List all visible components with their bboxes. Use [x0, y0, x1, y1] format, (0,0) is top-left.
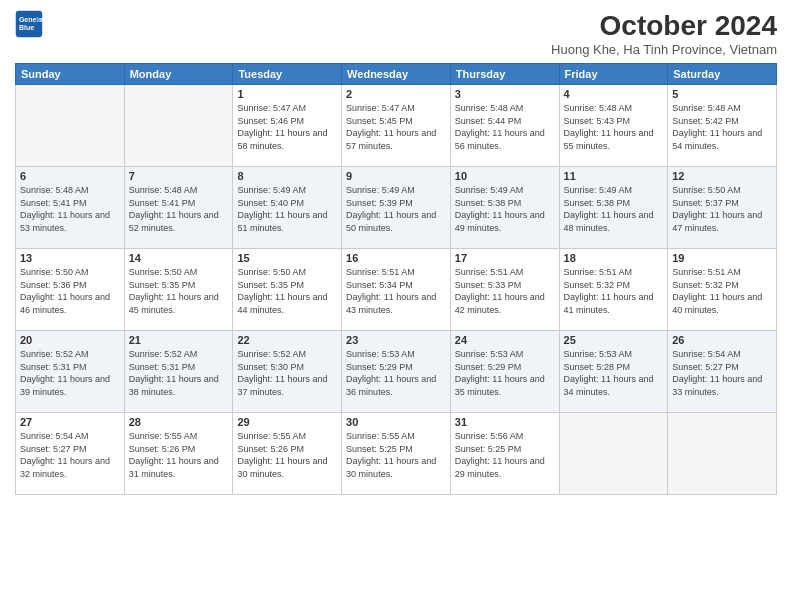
sunset-text: Sunset: 5:35 PM [237, 280, 304, 290]
sunrise-text: Sunrise: 5:53 AM [455, 349, 524, 359]
sunrise-text: Sunrise: 5:49 AM [237, 185, 306, 195]
col-saturday: Saturday [668, 64, 777, 85]
table-row: 2Sunrise: 5:47 AMSunset: 5:45 PMDaylight… [342, 85, 451, 167]
daylight-text: Daylight: 11 hours and 41 minutes. [564, 292, 654, 315]
daylight-text: Daylight: 11 hours and 30 minutes. [237, 456, 327, 479]
daylight-text: Daylight: 11 hours and 39 minutes. [20, 374, 110, 397]
table-row [668, 413, 777, 495]
day-info: Sunrise: 5:51 AMSunset: 5:32 PMDaylight:… [672, 266, 772, 316]
sunrise-text: Sunrise: 5:52 AM [237, 349, 306, 359]
day-info: Sunrise: 5:53 AMSunset: 5:29 PMDaylight:… [346, 348, 446, 398]
daylight-text: Daylight: 11 hours and 31 minutes. [129, 456, 219, 479]
col-wednesday: Wednesday [342, 64, 451, 85]
day-number: 15 [237, 252, 337, 264]
sunset-text: Sunset: 5:38 PM [564, 198, 631, 208]
table-row: 24Sunrise: 5:53 AMSunset: 5:29 PMDayligh… [450, 331, 559, 413]
sunset-text: Sunset: 5:35 PM [129, 280, 196, 290]
table-row: 3Sunrise: 5:48 AMSunset: 5:44 PMDaylight… [450, 85, 559, 167]
table-row: 11Sunrise: 5:49 AMSunset: 5:38 PMDayligh… [559, 167, 668, 249]
sunrise-text: Sunrise: 5:48 AM [129, 185, 198, 195]
day-info: Sunrise: 5:53 AMSunset: 5:29 PMDaylight:… [455, 348, 555, 398]
day-info: Sunrise: 5:54 AMSunset: 5:27 PMDaylight:… [20, 430, 120, 480]
sunset-text: Sunset: 5:32 PM [672, 280, 739, 290]
sunrise-text: Sunrise: 5:49 AM [346, 185, 415, 195]
day-number: 9 [346, 170, 446, 182]
day-info: Sunrise: 5:51 AMSunset: 5:33 PMDaylight:… [455, 266, 555, 316]
day-info: Sunrise: 5:48 AMSunset: 5:43 PMDaylight:… [564, 102, 664, 152]
day-info: Sunrise: 5:52 AMSunset: 5:31 PMDaylight:… [129, 348, 229, 398]
header: General Blue October 2024 Huong Khe, Ha … [15, 10, 777, 57]
day-number: 25 [564, 334, 664, 346]
sunrise-text: Sunrise: 5:55 AM [346, 431, 415, 441]
calendar-table: Sunday Monday Tuesday Wednesday Thursday… [15, 63, 777, 495]
day-number: 13 [20, 252, 120, 264]
day-number: 12 [672, 170, 772, 182]
sunrise-text: Sunrise: 5:50 AM [672, 185, 741, 195]
daylight-text: Daylight: 11 hours and 36 minutes. [346, 374, 436, 397]
day-info: Sunrise: 5:47 AMSunset: 5:46 PMDaylight:… [237, 102, 337, 152]
day-number: 19 [672, 252, 772, 264]
sunrise-text: Sunrise: 5:49 AM [564, 185, 633, 195]
table-row: 1Sunrise: 5:47 AMSunset: 5:46 PMDaylight… [233, 85, 342, 167]
sunset-text: Sunset: 5:31 PM [20, 362, 87, 372]
day-info: Sunrise: 5:51 AMSunset: 5:32 PMDaylight:… [564, 266, 664, 316]
table-row: 17Sunrise: 5:51 AMSunset: 5:33 PMDayligh… [450, 249, 559, 331]
sunset-text: Sunset: 5:45 PM [346, 116, 413, 126]
day-number: 31 [455, 416, 555, 428]
sunset-text: Sunset: 5:25 PM [455, 444, 522, 454]
sunrise-text: Sunrise: 5:48 AM [564, 103, 633, 113]
sunset-text: Sunset: 5:38 PM [455, 198, 522, 208]
table-row: 6Sunrise: 5:48 AMSunset: 5:41 PMDaylight… [16, 167, 125, 249]
sunset-text: Sunset: 5:29 PM [346, 362, 413, 372]
daylight-text: Daylight: 11 hours and 32 minutes. [20, 456, 110, 479]
day-info: Sunrise: 5:49 AMSunset: 5:38 PMDaylight:… [455, 184, 555, 234]
sunrise-text: Sunrise: 5:53 AM [564, 349, 633, 359]
day-number: 7 [129, 170, 229, 182]
daylight-text: Daylight: 11 hours and 38 minutes. [129, 374, 219, 397]
sunrise-text: Sunrise: 5:50 AM [237, 267, 306, 277]
col-monday: Monday [124, 64, 233, 85]
sunset-text: Sunset: 5:40 PM [237, 198, 304, 208]
daylight-text: Daylight: 11 hours and 44 minutes. [237, 292, 327, 315]
day-info: Sunrise: 5:56 AMSunset: 5:25 PMDaylight:… [455, 430, 555, 480]
day-number: 1 [237, 88, 337, 100]
day-number: 3 [455, 88, 555, 100]
day-info: Sunrise: 5:55 AMSunset: 5:26 PMDaylight:… [237, 430, 337, 480]
sunset-text: Sunset: 5:37 PM [672, 198, 739, 208]
table-row: 29Sunrise: 5:55 AMSunset: 5:26 PMDayligh… [233, 413, 342, 495]
sunset-text: Sunset: 5:26 PM [129, 444, 196, 454]
table-row [124, 85, 233, 167]
table-row: 9Sunrise: 5:49 AMSunset: 5:39 PMDaylight… [342, 167, 451, 249]
day-info: Sunrise: 5:53 AMSunset: 5:28 PMDaylight:… [564, 348, 664, 398]
day-info: Sunrise: 5:50 AMSunset: 5:36 PMDaylight:… [20, 266, 120, 316]
sunset-text: Sunset: 5:43 PM [564, 116, 631, 126]
table-row: 21Sunrise: 5:52 AMSunset: 5:31 PMDayligh… [124, 331, 233, 413]
logo-icon: General Blue [15, 10, 43, 38]
day-number: 5 [672, 88, 772, 100]
sunrise-text: Sunrise: 5:52 AM [20, 349, 89, 359]
col-sunday: Sunday [16, 64, 125, 85]
daylight-text: Daylight: 11 hours and 54 minutes. [672, 128, 762, 151]
day-number: 20 [20, 334, 120, 346]
page: General Blue October 2024 Huong Khe, Ha … [0, 0, 792, 612]
table-row: 30Sunrise: 5:55 AMSunset: 5:25 PMDayligh… [342, 413, 451, 495]
day-info: Sunrise: 5:48 AMSunset: 5:41 PMDaylight:… [20, 184, 120, 234]
day-number: 14 [129, 252, 229, 264]
daylight-text: Daylight: 11 hours and 33 minutes. [672, 374, 762, 397]
daylight-text: Daylight: 11 hours and 47 minutes. [672, 210, 762, 233]
sunrise-text: Sunrise: 5:51 AM [672, 267, 741, 277]
calendar-week-row: 13Sunrise: 5:50 AMSunset: 5:36 PMDayligh… [16, 249, 777, 331]
sunrise-text: Sunrise: 5:47 AM [237, 103, 306, 113]
table-row: 31Sunrise: 5:56 AMSunset: 5:25 PMDayligh… [450, 413, 559, 495]
sunrise-text: Sunrise: 5:49 AM [455, 185, 524, 195]
table-row: 20Sunrise: 5:52 AMSunset: 5:31 PMDayligh… [16, 331, 125, 413]
sunset-text: Sunset: 5:34 PM [346, 280, 413, 290]
day-number: 27 [20, 416, 120, 428]
day-number: 10 [455, 170, 555, 182]
calendar-week-row: 20Sunrise: 5:52 AMSunset: 5:31 PMDayligh… [16, 331, 777, 413]
table-row: 8Sunrise: 5:49 AMSunset: 5:40 PMDaylight… [233, 167, 342, 249]
table-row: 19Sunrise: 5:51 AMSunset: 5:32 PMDayligh… [668, 249, 777, 331]
daylight-text: Daylight: 11 hours and 57 minutes. [346, 128, 436, 151]
day-info: Sunrise: 5:55 AMSunset: 5:26 PMDaylight:… [129, 430, 229, 480]
day-number: 2 [346, 88, 446, 100]
